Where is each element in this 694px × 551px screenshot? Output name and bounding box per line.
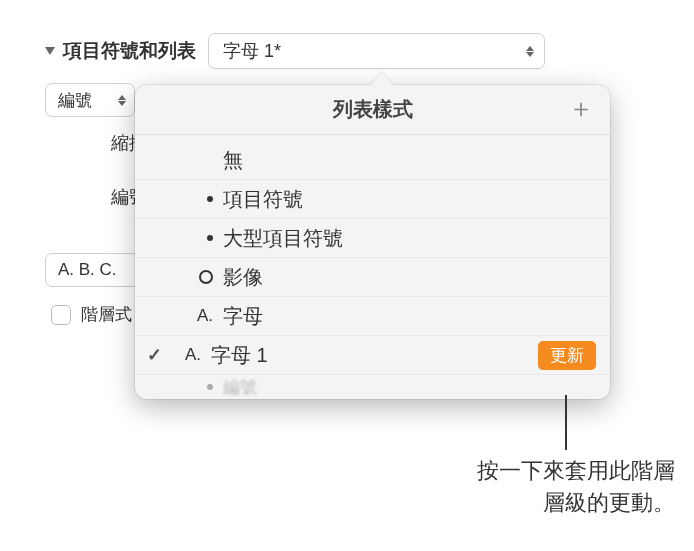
style-label: 項目符號 (223, 186, 303, 213)
style-label: 無 (223, 147, 243, 174)
bullet-icon (183, 196, 223, 202)
updown-arrows-icon (526, 46, 534, 57)
hierarchical-label: 階層式 (81, 303, 132, 326)
checkmark-icon: ✓ (147, 344, 177, 366)
popover-arrow (370, 72, 394, 86)
style-item-truncated[interactable]: 編號 (135, 375, 610, 399)
list-style-dropdown[interactable]: 字母 1* (208, 33, 545, 69)
style-label: 字母 1 (211, 342, 268, 369)
section-header[interactable]: 項目符號和列表 (45, 38, 196, 64)
callout-line-2: 層級的更動。 (543, 490, 675, 515)
callout-line-1: 按一下來套用此階層 (477, 458, 675, 483)
callout-text: 按一下來套用此階層 層級的更動。 (285, 455, 675, 519)
update-button[interactable]: 更新 (538, 341, 596, 370)
circle-icon (183, 270, 223, 284)
letter-marker: A. (183, 306, 223, 326)
format-value: A. B. C. (58, 260, 117, 280)
style-item-letter[interactable]: A. 字母 (135, 297, 610, 336)
style-label: 大型項目符號 (223, 225, 343, 252)
numbering-type-dropdown[interactable]: 編號 (45, 83, 135, 117)
style-item-letter-1[interactable]: ✓ A. 字母 1 更新 (135, 336, 610, 375)
updown-arrows-icon (118, 95, 126, 106)
style-label: 編號 (223, 376, 257, 399)
popover-title: 列表樣式 (333, 96, 413, 123)
bullet-icon (183, 235, 223, 241)
style-item-big-bullet[interactable]: 大型項目符號 (135, 219, 610, 258)
chevron-down-icon (45, 47, 55, 55)
bullet-icon (183, 384, 223, 390)
style-item-image[interactable]: 影像 (135, 258, 610, 297)
numbering-type-label: 編號 (58, 89, 92, 112)
style-label: 影像 (223, 264, 263, 291)
style-item-none[interactable]: 無 (135, 141, 610, 180)
style-label: 字母 (223, 303, 263, 330)
section-title-label: 項目符號和列表 (63, 38, 196, 64)
hierarchical-checkbox[interactable] (51, 305, 71, 325)
styles-list: 無 項目符號 大型項目符號 影像 A. 字母 ✓ A. 字母 1 更新 (135, 135, 610, 399)
callout-line (565, 395, 567, 450)
list-styles-popover: 列表樣式 ＋ 無 項目符號 大型項目符號 影像 A. 字母 ✓ (135, 85, 610, 399)
dropdown-value: 字母 1* (223, 39, 281, 63)
popover-header: 列表樣式 ＋ (135, 85, 610, 135)
letter-marker: A. (177, 345, 211, 365)
add-style-button[interactable]: ＋ (568, 95, 594, 121)
style-item-bullet[interactable]: 項目符號 (135, 180, 610, 219)
